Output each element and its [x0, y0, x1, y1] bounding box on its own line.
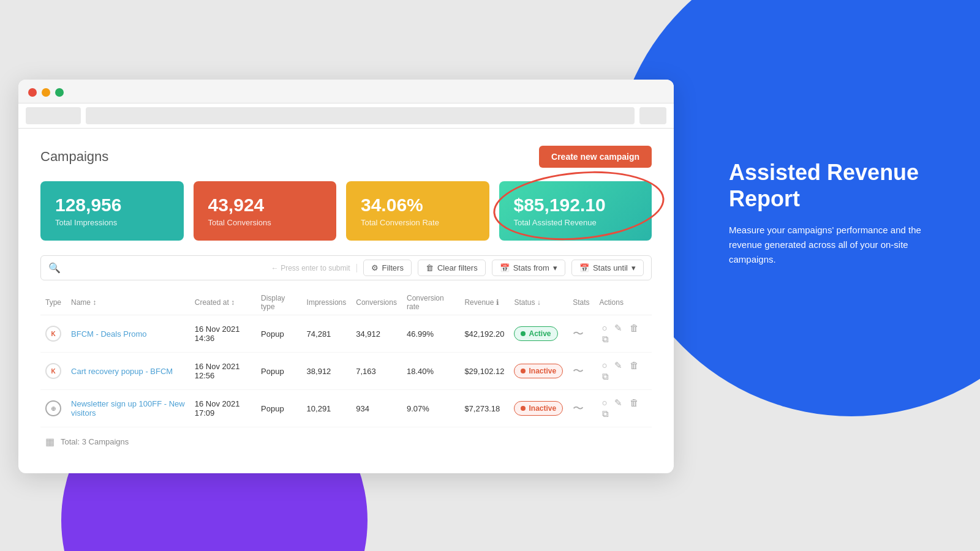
stat-value-conversions: 43,924 [208, 195, 322, 216]
stat-card-impressions: 128,956 Total Impressions [40, 181, 184, 241]
search-hint: ← Press enter to submit [271, 264, 357, 272]
stat-label-conversions: Total Conversions [208, 218, 322, 227]
status-dot [521, 406, 526, 411]
cell-name: BFCM - Deals Promo [66, 315, 190, 353]
total-campaigns: Total: 3 Campaigns [61, 437, 129, 446]
status-dot [521, 369, 526, 373]
cell-revenue: $7,273.18 [459, 390, 509, 427]
filter-bar: 🔍 ← Press enter to submit ⚙ Filters 🗑 Cl… [40, 255, 652, 280]
address-input[interactable] [86, 107, 635, 124]
cell-impressions: 10,291 [302, 390, 352, 427]
delete-action-icon[interactable]: 🗑 [627, 360, 641, 370]
cell-actions: ○ ✎ 🗑 ⧉ [595, 390, 652, 427]
cell-impressions: 38,912 [302, 353, 352, 390]
create-campaign-button[interactable]: Create new campaign [539, 146, 652, 168]
col-actions: Actions [595, 290, 652, 315]
campaign-link[interactable]: Cart recovery popup - BFCM [71, 367, 173, 376]
trash-icon: 🗑 [426, 263, 434, 272]
calendar-icon-2: 📅 [579, 263, 589, 272]
window-close-dot[interactable] [28, 88, 37, 97]
edit-action-icon[interactable]: ✎ [612, 360, 625, 370]
col-type: Type [40, 290, 66, 315]
app-content: Campaigns Create new campaign 128,956 To… [18, 129, 674, 473]
type-badge: ⊕ [45, 400, 61, 416]
cell-type: K [40, 315, 66, 353]
col-display: Display type [256, 290, 302, 315]
campaign-link[interactable]: Newsletter sign up 100FF - New visitors [71, 399, 185, 418]
window-minimize-dot[interactable] [42, 88, 50, 97]
delete-action-icon[interactable]: 🗑 [627, 397, 641, 408]
browser-action-btn[interactable] [639, 107, 666, 124]
cell-conv-rate: 46.99% [402, 315, 459, 353]
cell-conv-rate: 18.40% [402, 353, 459, 390]
col-status[interactable]: Status ↓ [509, 290, 568, 315]
panel-title: Assisted Revenue Report [729, 159, 949, 212]
clear-filters-button[interactable]: 🗑 Clear filters [418, 260, 486, 276]
copy-action-icon[interactable]: ⧉ [600, 371, 611, 381]
browser-titlebar [18, 80, 674, 103]
cell-conversions: 934 [351, 390, 402, 427]
status-badge[interactable]: Active [514, 326, 557, 341]
search-input[interactable] [67, 263, 265, 272]
chevron-down-icon: ▾ [553, 263, 557, 272]
col-conv-rate: Conversion rate [402, 290, 459, 315]
cell-actions: ○ ✎ 🗑 ⧉ [595, 315, 652, 353]
page-title: Campaigns [40, 149, 108, 165]
chevron-down-icon-2: ▾ [631, 263, 636, 272]
calendar-icon: 📅 [500, 263, 510, 272]
right-panel: Assisted Revenue Report Measure your cam… [729, 159, 949, 267]
col-conversions: Conversions [351, 290, 402, 315]
stat-label-impressions: Total Impressions [55, 218, 169, 227]
col-impressions: Impressions [302, 290, 352, 315]
cell-created: 16 Nov 2021 12:56 [190, 353, 256, 390]
page-header: Campaigns Create new campaign [40, 146, 652, 168]
cell-name: Newsletter sign up 100FF - New visitors [66, 390, 190, 427]
cell-created: 16 Nov 2021 14:36 [190, 315, 256, 353]
search-icon: 🔍 [48, 262, 61, 274]
cell-created: 16 Nov 2021 17:09 [190, 390, 256, 427]
table-footer: ▦ Total: 3 Campaigns [40, 427, 652, 456]
col-created[interactable]: Created at ↕ [190, 290, 256, 315]
cell-conversions: 7,163 [351, 353, 402, 390]
stats-wave-icon[interactable]: 〜 [573, 328, 584, 340]
browser-tab[interactable] [26, 107, 81, 124]
cell-display: Popup [256, 390, 302, 427]
filters-button[interactable]: ⚙ Filters [363, 260, 412, 276]
type-badge: K [45, 326, 61, 342]
cell-type: ⊕ [40, 390, 66, 427]
cell-stats: 〜 [568, 315, 594, 353]
stat-label-revenue: Total Assisted Revenue [514, 218, 638, 227]
stat-value-impressions: 128,956 [55, 195, 169, 216]
cell-type: K [40, 353, 66, 390]
cell-status: Active [509, 315, 568, 353]
info-action-icon[interactable]: ○ [600, 323, 610, 333]
col-name[interactable]: Name ↕ [66, 290, 190, 315]
stat-card-revenue: $85,192.10 Total Assisted Revenue [499, 181, 652, 241]
stats-until-button[interactable]: 📅 Stats until ▾ [571, 260, 644, 276]
delete-action-icon[interactable]: 🗑 [627, 323, 641, 333]
stats-wave-icon[interactable]: 〜 [573, 365, 584, 377]
status-badge[interactable]: Inactive [514, 364, 563, 378]
panel-description: Measure your campaigns' performance and … [729, 223, 949, 267]
copy-action-icon[interactable]: ⧉ [600, 408, 611, 419]
stat-card-conversion-rate: 34.06% Total Conversion Rate [346, 181, 489, 241]
table-row: K Cart recovery popup - BFCM 16 Nov 2021… [40, 353, 652, 390]
info-action-icon[interactable]: ○ [600, 360, 610, 370]
campaign-link[interactable]: BFCM - Deals Promo [71, 329, 147, 339]
table-row: K BFCM - Deals Promo 16 Nov 2021 14:36 P… [40, 315, 652, 353]
stat-label-conversion-rate: Total Conversion Rate [361, 218, 475, 227]
edit-action-icon[interactable]: ✎ [612, 397, 625, 408]
stats-wave-icon[interactable]: 〜 [573, 402, 584, 414]
cell-display: Popup [256, 353, 302, 390]
status-dot [521, 331, 526, 336]
browser-address-bar [18, 103, 674, 129]
window-maximize-dot[interactable] [55, 88, 64, 97]
col-stats: Stats [568, 290, 594, 315]
info-action-icon[interactable]: ○ [600, 397, 610, 408]
edit-action-icon[interactable]: ✎ [612, 323, 625, 333]
copy-action-icon[interactable]: ⧉ [600, 334, 611, 344]
campaigns-table: Type Name ↕ Created at ↕ Display type Im… [40, 290, 652, 427]
status-badge[interactable]: Inactive [514, 401, 563, 416]
stat-card-conversions: 43,924 Total Conversions [194, 181, 337, 241]
stats-from-button[interactable]: 📅 Stats from ▾ [492, 260, 565, 276]
